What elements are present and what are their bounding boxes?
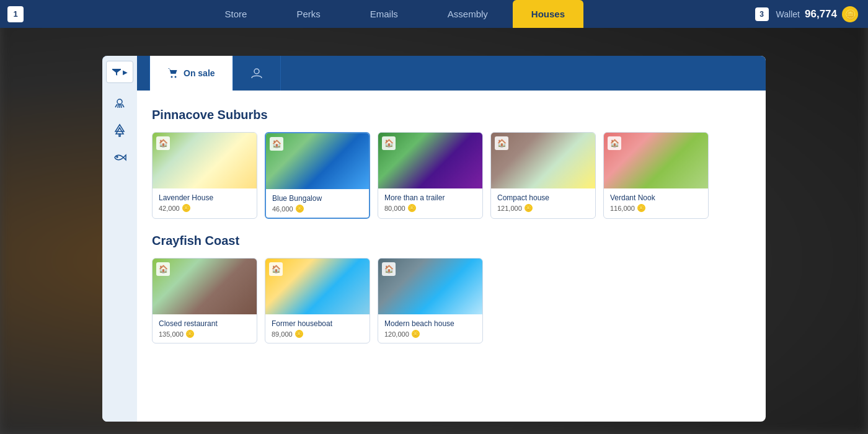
person-icon xyxy=(250,67,263,79)
house-info-compact: Compact house 121,000 🪙 xyxy=(491,188,595,217)
sea-creature-icon xyxy=(112,95,127,110)
house-image-compact: 🏠 xyxy=(491,133,595,188)
svg-point-9 xyxy=(117,156,118,157)
nav-item-store[interactable]: Store xyxy=(200,0,272,28)
house-badge-compact: 🏠 xyxy=(495,136,508,150)
svg-point-0 xyxy=(117,99,122,104)
house-price-compact: 121,000 🪙 xyxy=(497,204,589,212)
nav-right: 3 Wallet 96,774 🪙 xyxy=(755,6,858,22)
pinnacove-houses-grid: 🏠 Lavender House 42,000 🪙 🏠 Blue Bungalo… xyxy=(152,132,751,219)
house-card-compact[interactable]: 🏠 Compact house 121,000 🪙 xyxy=(490,132,596,219)
cart-icon xyxy=(167,68,179,79)
house-info-beach: Modern beach house 120,000 🪙 xyxy=(378,314,482,343)
house-info-houseboat: Former houseboat 89,000 🪙 xyxy=(265,314,370,343)
nav-items: Store Perks Emails Assembly Houses xyxy=(29,0,755,28)
nav-item-assembly[interactable]: Assembly xyxy=(423,0,513,28)
price-coin-bungalow: 🪙 xyxy=(296,205,304,213)
house-badge-trailer: 🏠 xyxy=(382,136,396,150)
house-badge-beach: 🏠 xyxy=(382,262,396,276)
house-badge-lavender: 🏠 xyxy=(156,136,170,150)
house-name-lavender: Lavender House xyxy=(159,193,250,202)
nav-bar: 1 Store Perks Emails Assembly Houses 3 W… xyxy=(0,0,868,28)
house-name-restaurant: Closed restaurant xyxy=(159,319,250,328)
price-coin-houseboat: 🪙 xyxy=(295,330,303,338)
nav-badge-left: 1 xyxy=(7,6,24,22)
svg-rect-8 xyxy=(119,134,120,136)
nav-item-emails[interactable]: Emails xyxy=(345,0,423,28)
house-price-trailer: 80,000 🪙 xyxy=(384,204,476,212)
house-badge-houseboat: 🏠 xyxy=(269,262,283,276)
svg-line-5 xyxy=(122,104,124,107)
house-name-compact: Compact house xyxy=(497,193,589,202)
house-image-verdant: 🏠 xyxy=(604,133,708,188)
coin-icon: 🪙 xyxy=(842,6,858,22)
house-card-trailer[interactable]: 🏠 More than a trailer 80,000 🪙 xyxy=(378,132,483,219)
house-image-trailer: 🏠 xyxy=(378,133,482,188)
house-info-trailer: More than a trailer 80,000 🪙 xyxy=(378,188,482,217)
tab-on-sale[interactable]: On sale xyxy=(150,56,233,91)
svg-line-1 xyxy=(115,104,117,107)
price-coin-beach: 🪙 xyxy=(412,330,420,338)
house-info-verdant: Verdant Nook 116,000 🪙 xyxy=(604,188,708,217)
price-coin-verdant: 🪙 xyxy=(637,204,645,212)
price-coin-trailer: 🪙 xyxy=(408,204,416,212)
house-card-bungalow[interactable]: 🏠 Blue Bungalow 46,000 🪙 xyxy=(265,132,370,219)
house-info-lavender: Lavender House 42,000 🪙 xyxy=(153,188,257,217)
house-card-restaurant[interactable]: 🏠 Closed restaurant 135,000 🪙 xyxy=(152,258,257,343)
house-image-lavender: 🏠 xyxy=(153,133,257,188)
house-price-houseboat: 89,000 🪙 xyxy=(272,330,363,338)
house-image-bungalow: 🏠 xyxy=(266,133,369,189)
wallet-amount: 96,774 xyxy=(805,8,837,20)
svg-line-4 xyxy=(121,104,122,108)
main-panel: On sale Pinnacove Suburbs 🏠 Lavender Hou… xyxy=(102,56,766,422)
house-price-bungalow: 46,000 🪙 xyxy=(272,205,363,213)
crayfish-houses-grid: 🏠 Closed restaurant 135,000 🪙 🏠 Former h… xyxy=(152,258,751,343)
house-price-beach: 120,000 🪙 xyxy=(384,330,476,338)
sidebar-icon-fish[interactable] xyxy=(107,145,132,170)
house-image-restaurant: 🏠 xyxy=(153,259,257,314)
house-card-verdant[interactable]: 🏠 Verdant Nook 116,000 🪙 xyxy=(603,132,709,219)
panel-tabs: On sale xyxy=(102,56,766,91)
sidebar: ▶ xyxy=(102,56,137,422)
house-image-beach: 🏠 xyxy=(378,259,482,314)
house-price-lavender: 42,000 🪙 xyxy=(159,204,250,212)
tab-owned[interactable] xyxy=(233,56,281,91)
svg-point-12 xyxy=(254,69,259,74)
filter-button[interactable]: ▶ xyxy=(106,61,133,83)
house-card-houseboat[interactable]: 🏠 Former houseboat 89,000 🪙 xyxy=(265,258,370,343)
sidebar-icon-trees[interactable] xyxy=(107,118,132,143)
price-coin-restaurant: 🪙 xyxy=(186,330,194,338)
price-coin-compact: 🪙 xyxy=(525,204,533,212)
house-image-houseboat: 🏠 xyxy=(265,259,370,314)
fish-icon xyxy=(112,150,127,165)
sidebar-icon-sea[interactable] xyxy=(107,91,132,115)
house-price-restaurant: 135,000 🪙 xyxy=(159,330,250,338)
house-name-bungalow: Blue Bungalow xyxy=(272,194,363,203)
house-card-lavender[interactable]: 🏠 Lavender House 42,000 🪙 xyxy=(152,132,257,219)
house-badge-verdant: 🏠 xyxy=(608,136,621,150)
house-card-beach[interactable]: 🏠 Modern beach house 120,000 🪙 xyxy=(378,258,483,343)
trees-icon xyxy=(112,123,127,138)
filter-icon xyxy=(112,67,122,77)
wallet-label: Wallet xyxy=(776,9,800,19)
house-price-verdant: 116,000 🪙 xyxy=(610,204,702,212)
price-coin-lavender: 🪙 xyxy=(182,204,190,212)
nav-badge-right: 3 xyxy=(755,7,769,21)
svg-point-11 xyxy=(175,76,177,78)
section-title-pinnacove: Pinnacove Suburbs xyxy=(152,108,751,122)
house-name-beach: Modern beach house xyxy=(384,319,476,328)
svg-line-2 xyxy=(118,104,118,108)
section-title-crayfish: Crayfish Coast xyxy=(152,234,751,248)
house-name-verdant: Verdant Nook xyxy=(610,193,702,202)
svg-point-10 xyxy=(171,76,173,78)
nav-item-houses[interactable]: Houses xyxy=(513,0,583,28)
house-info-restaurant: Closed restaurant 135,000 🪙 xyxy=(153,314,257,343)
house-badge-bungalow: 🏠 xyxy=(270,137,283,151)
house-info-bungalow: Blue Bungalow 46,000 🪙 xyxy=(266,189,369,218)
house-badge-restaurant: 🏠 xyxy=(156,262,170,276)
house-name-houseboat: Former houseboat xyxy=(272,319,363,328)
nav-item-perks[interactable]: Perks xyxy=(272,0,345,28)
content-area: Pinnacove Suburbs 🏠 Lavender House 42,00… xyxy=(137,91,766,422)
tab-on-sale-label: On sale xyxy=(184,68,215,78)
house-name-trailer: More than a trailer xyxy=(384,193,476,202)
